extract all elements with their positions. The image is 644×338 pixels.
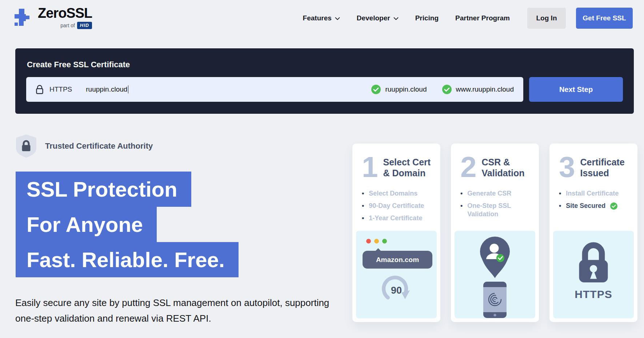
nav-item-features[interactable]: Features [303, 14, 340, 22]
step-title: Select Cert & Domain [383, 155, 433, 179]
nav-item-pricing[interactable]: Pricing [415, 14, 439, 22]
nav-label: Pricing [415, 14, 439, 22]
step-illustration-https: HTTPS [553, 231, 634, 318]
bullet-label: Generate CSR [467, 189, 511, 198]
step-card-3: 3 Certificate Issued •Install Certificat… [549, 144, 637, 322]
https-caption: HTTPS [575, 288, 612, 301]
headline-line: Fast. Reliable. Free. [16, 242, 239, 277]
bullet-dot: • [362, 214, 364, 222]
step-bullet: •Generate CSR [460, 189, 532, 198]
get-free-ssl-button[interactable]: Get Free SSL [576, 8, 633, 29]
step-illustration-validation [455, 231, 535, 318]
step-bullet: •Select Domains [362, 189, 433, 198]
protocol-label: HTTPS [49, 85, 72, 93]
step-bullet: •90-Day Certificate [362, 202, 433, 210]
chevron-down-icon [335, 17, 340, 20]
trust-badge: Trusted Certificate Authority [15, 134, 153, 158]
domain-tooltip: Amazon.com [363, 251, 432, 269]
lock-outline-icon [36, 84, 44, 94]
step-card-2: 2 CSR & Validation •Generate CSR •One-St… [451, 144, 539, 322]
validated-domain: ruuppin.cloud [371, 85, 427, 94]
renewal-days-label: 90 [391, 285, 402, 296]
step-title: Certificate Issued [580, 155, 631, 179]
main-nav: Features Developer Pricing Partner Progr… [303, 14, 510, 22]
bullet-dot: • [460, 202, 463, 219]
step-illustration-domain: Amazon.com 90 [356, 231, 437, 318]
login-button[interactable]: Log In [527, 8, 566, 29]
create-ssl-banner: Create Free SSL Certificate HTTPS ruuppi… [15, 48, 634, 114]
bullet-dot: • [559, 189, 561, 198]
padlock-icon [574, 240, 613, 285]
bullet-dot: • [362, 202, 364, 210]
browser-traffic-lights-icon [366, 239, 431, 244]
step-number: 2 [460, 155, 476, 179]
bullet-dot: • [362, 189, 364, 198]
zerossl-logo-icon [15, 9, 33, 31]
user-pin-verified-icon [477, 236, 513, 279]
hero-headline: SSL Protection For Anyone Fast. Reliable… [16, 172, 239, 277]
step-bullet: •1-Year Certificate [362, 214, 433, 222]
step-card-1: 1 Select Cert & Domain •Select Domains •… [352, 144, 440, 322]
validated-domains: ruuppin.cloud www.ruuppin.cloud [371, 85, 514, 94]
hero-description: Easily secure any site by putting SSL ma… [15, 295, 339, 326]
nav-label: Partner Program [455, 14, 510, 22]
trust-badge-label: Trusted Certificate Authority [45, 141, 153, 151]
bullet-label: 90-Day Certificate [369, 202, 424, 210]
top-header: ZeroSSL part of HID Features Developer P… [15, 0, 633, 36]
hid-badge: HID [77, 22, 92, 29]
bullet-dot: • [460, 189, 463, 198]
validated-domain: www.ruuppin.cloud [442, 85, 514, 94]
bullet-label: Select Domains [369, 189, 417, 198]
zerossl-logo[interactable]: ZeroSSL part of HID [15, 6, 92, 31]
step-title: CSR & Validation [482, 155, 532, 179]
check-circle-icon [610, 202, 617, 210]
step-bullet-list: •Generate CSR •One-Step SSL Validation [460, 189, 532, 219]
check-circle-icon [442, 85, 452, 94]
phone-fingerprint-icon [483, 282, 507, 318]
bullet-label: Install Certificate [566, 189, 619, 198]
check-circle-icon [371, 85, 381, 94]
nav-item-partner-program[interactable]: Partner Program [455, 14, 510, 22]
validated-domain-label: ruuppin.cloud [385, 85, 427, 93]
step-bullet: •One-Step SSL Validation [460, 202, 532, 219]
next-step-button[interactable]: Next Step [529, 77, 623, 102]
step-number: 1 [362, 155, 377, 179]
brand-name: ZeroSSL [38, 6, 92, 21]
bullet-dot: • [559, 202, 561, 210]
step-bullet-site-secured: • Site Secured [559, 202, 630, 210]
nav-label: Features [303, 14, 332, 22]
chevron-down-icon [393, 17, 399, 20]
validated-domain-label: www.ruuppin.cloud [456, 85, 514, 93]
nav-label: Developer [357, 14, 390, 22]
domain-input[interactable]: HTTPS ruuppin.cloud ruuppin.cloud www.ru… [26, 77, 523, 102]
bullet-label: One-Step SSL Validation [467, 202, 532, 219]
renewal-cycle-icon: 90 [381, 274, 412, 306]
nav-item-developer[interactable]: Developer [357, 14, 399, 22]
bullet-label: 1-Year Certificate [369, 214, 422, 222]
banner-title: Create Free SSL Certificate [27, 60, 623, 69]
headline-line: SSL Protection [16, 172, 191, 207]
shield-lock-icon [15, 134, 37, 158]
step-bullet: •Install Certificate [559, 189, 630, 198]
headline-line: For Anyone [16, 207, 157, 242]
domain-input-value: ruuppin.cloud [86, 85, 128, 93]
step-bullet-list: •Select Domains •90-Day Certificate •1-Y… [362, 189, 433, 223]
brand-tagline: part of [60, 23, 75, 28]
step-bullet-list: •Install Certificate • Site Secured [559, 189, 630, 210]
bullet-label: Site Secured [566, 202, 605, 210]
step-number: 3 [559, 155, 574, 179]
